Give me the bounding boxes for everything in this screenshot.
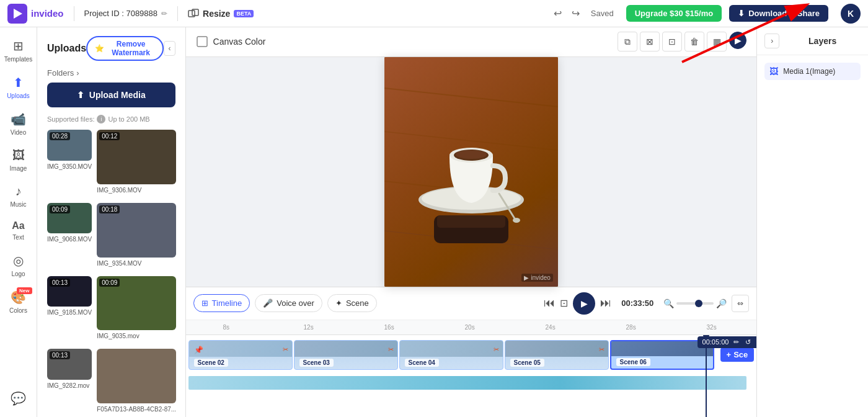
media-item-4[interactable]: 00:13 IMG_9185.MOV xyxy=(47,276,92,344)
media-duration-5: 00:09 xyxy=(99,279,120,287)
media-thumb-2: 00:09 xyxy=(47,203,92,234)
layer-item-media1[interactable]: 🖼 Media 1(Image) xyxy=(764,63,861,80)
remove-watermark-button[interactable]: ⭐ Remove Watermark xyxy=(86,36,164,61)
undo-redo-group: ↩ ↪ xyxy=(550,5,583,22)
crop-tool-button[interactable]: ⊡ xyxy=(662,32,682,52)
timeline-track-container: 00:05:00 ✏ ↺ 🗑 ⊕ Tim 📌 xyxy=(186,335,757,417)
collapse-panel-button[interactable]: ‹ xyxy=(164,41,175,56)
timeline-tab-timeline[interactable]: ⊞ Timeline xyxy=(193,294,250,312)
undo-button[interactable]: ↩ xyxy=(550,5,565,22)
svg-point-19 xyxy=(513,218,520,223)
media-item-7[interactable]: F05A7D13-AB8B-4CB2-87... xyxy=(97,349,176,417)
zoom-out-button[interactable]: 🔍 xyxy=(663,298,674,308)
layers-title: Layers xyxy=(784,36,861,46)
media-item-5[interactable]: 00:09 IMG_9035.mov xyxy=(97,276,176,344)
screenshot-button[interactable]: ⊡ xyxy=(560,297,568,309)
scene-block-04[interactable]: ✂ Scene 04 xyxy=(399,340,503,370)
scene-block-02[interactable]: 📌 ✂ Scene 02 xyxy=(188,340,293,370)
timestamp-value: 00:05:00 xyxy=(702,338,729,346)
scene-06-label: Scene 06 xyxy=(616,358,650,366)
sidebar-item-music[interactable]: ♪ Music xyxy=(0,178,37,214)
sidebar-item-uploads[interactable]: ⬆ Uploads xyxy=(0,69,37,105)
skip-back-button[interactable]: ⏮ xyxy=(544,297,555,310)
sidebar-item-chat[interactable]: 💬 xyxy=(0,385,37,412)
media-duration-0: 00:28 xyxy=(50,132,70,140)
scene-03-label: Scene 03 xyxy=(299,359,334,367)
sidebar-item-text[interactable]: Aa Text xyxy=(0,214,37,247)
add-scene-button[interactable]: + Sce xyxy=(720,348,755,362)
timeline-tab-scene[interactable]: ✦ Scene xyxy=(327,294,377,312)
beta-badge: BETA xyxy=(234,10,254,17)
coffee-image xyxy=(384,57,558,287)
folders-row[interactable]: Folders › xyxy=(37,66,185,83)
edit-project-icon[interactable]: ✏ xyxy=(161,9,167,18)
download-share-button[interactable]: ⬇ Download & Share xyxy=(729,5,828,22)
zoom-controls: 🔍 🔎 xyxy=(663,298,727,308)
canvas-preview[interactable]: ▶ invideo xyxy=(384,57,558,287)
delete-tool-button[interactable]: 🗑 xyxy=(684,32,704,52)
canvas-color-label: Canvas Color xyxy=(213,37,266,47)
invideo-logo-icon xyxy=(7,4,27,24)
media-thumb-1: 00:12 xyxy=(97,130,176,184)
image-icon: 🖼 xyxy=(12,148,25,163)
media-thumb-7 xyxy=(97,349,176,403)
copy-tool-button[interactable]: ⧉ xyxy=(618,32,637,52)
sidebar-item-video-label: Video xyxy=(11,129,26,136)
media-item-6[interactable]: 00:13 IMG_9282.mov xyxy=(47,349,92,417)
layers-header: › Layers xyxy=(757,27,868,55)
timestamp-delete-btn[interactable]: 🗑 xyxy=(756,338,756,346)
upgrade-button[interactable]: Upgrade $30 $15/mo xyxy=(626,5,722,22)
sidebar-item-image[interactable]: 🖼 Image xyxy=(0,142,37,178)
ruler-mark-16s: 16s xyxy=(384,324,394,331)
zoom-in-button[interactable]: 🔎 xyxy=(716,298,727,308)
canvas-main: ▶ invideo xyxy=(186,57,757,287)
zoom-slider[interactable] xyxy=(676,302,714,305)
media-item-1[interactable]: 00:12 IMG_9306.MOV xyxy=(97,130,176,198)
timestamp-edit-btn[interactable]: ✏ xyxy=(732,338,740,346)
upload-icon: ⬆ xyxy=(77,90,84,100)
media-item-2[interactable]: 00:09 IMG_9068.MOV xyxy=(47,203,92,271)
media-thumb-0: 00:28 xyxy=(47,130,92,161)
media-duration-6: 00:13 xyxy=(50,351,70,359)
resize-button[interactable]: Resize BETA xyxy=(188,8,254,19)
timeline-tab-voiceover[interactable]: 🎤 Voice over xyxy=(255,294,322,312)
table-tool-button[interactable]: ▦ xyxy=(707,32,727,52)
media-duration-1: 00:12 xyxy=(99,132,120,140)
sidebar-item-colors[interactable]: New 🎨 Colors xyxy=(0,284,37,320)
timeline-tab-scene-label: Scene xyxy=(346,298,369,308)
folders-label: Folders xyxy=(47,68,74,78)
layers-collapse-button[interactable]: › xyxy=(764,34,779,48)
scene-block-03[interactable]: ✂ Scene 03 xyxy=(294,340,398,370)
scene-block-05[interactable]: ✂ Scene 05 xyxy=(505,340,609,370)
redo-button[interactable]: ↪ xyxy=(568,5,583,22)
grid-tool-button[interactable]: ⊠ xyxy=(640,32,660,52)
preview-play-button[interactable]: ▶ xyxy=(729,32,746,49)
folders-chevron-icon: › xyxy=(76,68,79,78)
supported-files-row: Supported files: i Up to 200 MB xyxy=(37,112,185,130)
ruler-mark-28s: 28s xyxy=(626,324,636,331)
media-thumb-6: 00:13 xyxy=(47,349,92,380)
svg-rect-17 xyxy=(437,215,505,228)
play-pause-button[interactable]: ▶ xyxy=(573,292,595,315)
sidebar-item-templates[interactable]: ⊞ Templates xyxy=(0,32,37,69)
download-icon: ⬇ xyxy=(738,9,745,18)
sidebar-item-uploads-label: Uploads xyxy=(7,92,30,99)
scene-04-label: Scene 04 xyxy=(405,359,439,367)
media-item-0[interactable]: 00:28 IMG_9350.MOV xyxy=(47,130,92,198)
media-name-2: IMG_9068.MOV xyxy=(47,236,92,243)
media-item-3[interactable]: 00:18 IMG_9354.MOV xyxy=(97,203,176,271)
upload-media-button[interactable]: ⬆ Upload Media xyxy=(47,83,175,107)
user-avatar[interactable]: K xyxy=(841,4,861,24)
uploads-title: Uploads xyxy=(47,43,86,54)
media-duration-3: 00:18 xyxy=(99,205,120,213)
scene-cut-04: ✂ xyxy=(494,346,499,354)
timestamp-loop-btn[interactable]: ↺ xyxy=(744,338,752,346)
media-thumb-5: 00:09 xyxy=(97,276,176,331)
skip-forward-button[interactable]: ⏭ xyxy=(600,297,611,310)
remove-watermark-label: Remove Watermark xyxy=(107,40,155,57)
canvas-color-button[interactable]: Canvas Color xyxy=(196,35,266,48)
expand-timeline-button[interactable]: ⇔ xyxy=(732,295,749,312)
sidebar-item-logo[interactable]: ◎ Logo xyxy=(0,247,37,284)
sidebar-item-video[interactable]: 📹 Video xyxy=(0,105,37,142)
media-duration-4: 00:13 xyxy=(50,279,70,287)
